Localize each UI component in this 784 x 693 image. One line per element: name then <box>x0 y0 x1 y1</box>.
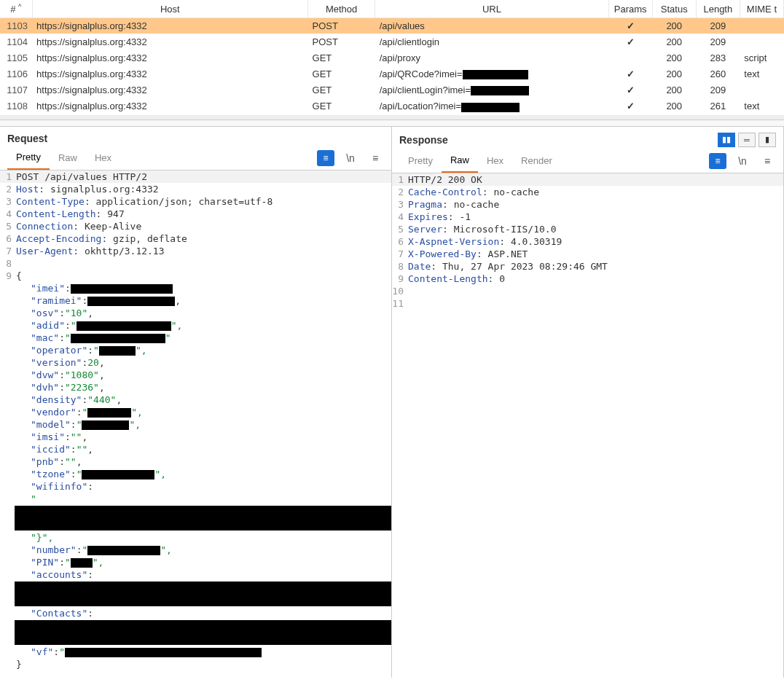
layout-toggle: ▮▮ ═ ▮ <box>718 133 776 147</box>
redacted-block <box>15 620 391 645</box>
table-row[interactable]: 1107https://signalplus.org:4332GET/api/c… <box>0 82 784 98</box>
response-panel: Response ▮▮ ═ ▮ Pretty Raw Hex Render ≡ … <box>392 127 784 678</box>
hamburger-icon[interactable]: ≡ <box>366 150 384 166</box>
col-header-length[interactable]: Length <box>696 0 740 18</box>
response-body[interactable]: 1HTTP/2 200 OK2Cache-Control: no-cache3P… <box>392 173 783 317</box>
table-header-row: # ^ Host Method URL Params Status Length… <box>0 0 784 18</box>
layout-rows-icon[interactable]: ═ <box>738 133 756 147</box>
response-tabs: Pretty Raw Hex Render ≡ \n ≡ <box>392 150 783 173</box>
wrap-icon[interactable]: ≡ <box>317 150 334 166</box>
table-row[interactable]: 1104https://signalplus.org:4332POST/api/… <box>0 34 784 50</box>
layout-columns-icon[interactable]: ▮▮ <box>718 133 735 147</box>
col-header-status[interactable]: Status <box>652 0 696 18</box>
request-title: Request <box>7 133 47 144</box>
newline-icon[interactable]: \n <box>342 150 359 166</box>
tab-hex[interactable]: Hex <box>86 148 120 169</box>
table-row[interactable]: 1108https://signalplus.org:4332GET/api/L… <box>0 98 784 114</box>
col-header-mime[interactable]: MIME t <box>740 0 783 18</box>
response-title: Response <box>399 134 448 146</box>
layout-single-icon[interactable]: ▮ <box>758 133 776 147</box>
tab-raw[interactable]: Raw <box>50 148 86 169</box>
col-header-host[interactable]: Host <box>32 0 308 18</box>
request-tabs: Pretty Raw Hex ≡ \n ≡ <box>0 147 391 171</box>
col-header-url[interactable]: URL <box>375 0 608 18</box>
redacted-block <box>15 506 391 530</box>
col-header-num[interactable]: # ^ <box>0 0 32 18</box>
col-header-method[interactable]: Method <box>308 0 375 18</box>
tab-render-resp[interactable]: Render <box>512 151 561 172</box>
hamburger-icon-resp[interactable]: ≡ <box>758 153 776 169</box>
table-row[interactable]: 1103https://signalplus.org:4332POST/api/… <box>0 18 784 34</box>
request-panel: Request Pretty Raw Hex ≡ \n ≡ 1POST /api… <box>0 127 392 678</box>
tab-hex-resp[interactable]: Hex <box>478 151 512 172</box>
proxy-history-table[interactable]: # ^ Host Method URL Params Status Length… <box>0 0 784 115</box>
horizontal-splitter[interactable] <box>0 120 784 127</box>
table-row[interactable]: 1106https://signalplus.org:4332GET/api/Q… <box>0 66 784 82</box>
col-header-params[interactable]: Params <box>608 0 652 18</box>
tab-pretty[interactable]: Pretty <box>7 147 50 170</box>
request-body[interactable]: 1POST /api/values HTTP/22Host: signalplu… <box>0 171 391 678</box>
wrap-icon-resp[interactable]: ≡ <box>709 153 726 169</box>
table-row[interactable]: 1105https://signalplus.org:4332GET/api/p… <box>0 50 784 66</box>
newline-icon-resp[interactable]: \n <box>734 153 751 169</box>
tab-pretty-resp[interactable]: Pretty <box>399 151 442 172</box>
redacted-block <box>15 582 391 606</box>
tab-raw-resp[interactable]: Raw <box>442 150 478 173</box>
